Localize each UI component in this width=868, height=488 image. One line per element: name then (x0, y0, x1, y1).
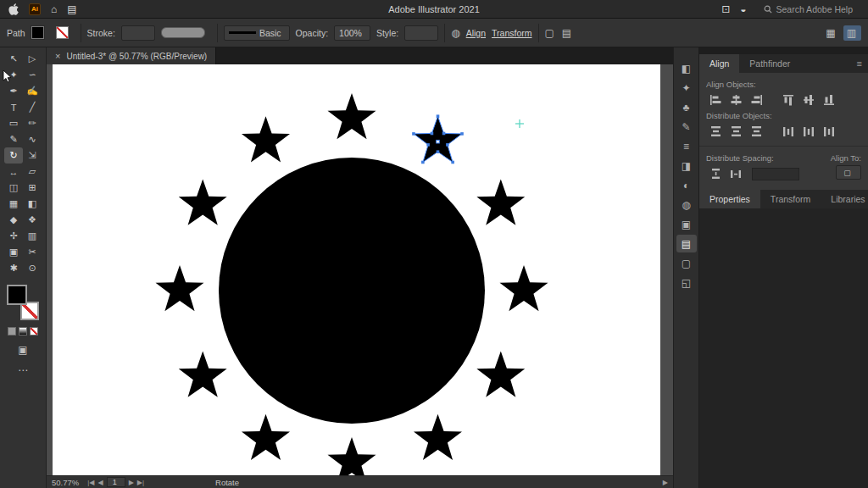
display-settings-icon[interactable]: ⊡ (721, 3, 730, 16)
stroke-color-swatch[interactable] (56, 26, 69, 39)
artwork-star-0[interactable] (328, 93, 376, 139)
anchor-handle[interactable] (421, 161, 425, 164)
help-search-field[interactable]: Search Adobe Help (757, 3, 860, 15)
stroke-panel-icon[interactable]: ≡ (676, 137, 697, 155)
anchor-handle[interactable] (451, 161, 454, 164)
close-icon[interactable]: × (55, 51, 60, 61)
transform-link[interactable]: Transform (492, 28, 531, 38)
anchor-handle[interactable] (412, 132, 415, 136)
tab-pathfinder[interactable]: Pathfinder (739, 54, 800, 73)
scroll-right-arrow[interactable]: ▶ (663, 479, 668, 486)
illustrator-app-icon[interactable]: Ai (29, 3, 41, 15)
color-mode-icon[interactable] (8, 327, 16, 336)
anchor-handle[interactable] (446, 143, 449, 147)
anchor-handle[interactable] (442, 132, 446, 136)
eyedropper-tool[interactable]: ◆ (4, 212, 23, 228)
lasso-tool[interactable]: ∽ (23, 67, 42, 83)
tab-properties[interactable]: Properties (699, 190, 760, 208)
help-bulb-icon[interactable]: ◒ (740, 3, 746, 16)
none-mode-icon[interactable] (30, 327, 38, 336)
perspective-grid-tool[interactable]: ⊞ (23, 180, 42, 196)
align-link[interactable]: Align (466, 28, 486, 38)
artwork-star-1[interactable] (414, 116, 462, 162)
first-artboard-button[interactable]: |◀ (87, 479, 94, 486)
line-segment-tool[interactable]: ╱ (23, 99, 42, 115)
opacity-dropdown[interactable]: 100% (334, 25, 370, 41)
workspace-switcher-icon[interactable]: ▤ (67, 3, 80, 16)
panel-menu-icon[interactable]: ≡ (851, 54, 868, 73)
align-to-dropdown[interactable]: ▢ (836, 165, 861, 180)
appearance-panel-icon[interactable]: ◍ (676, 196, 697, 214)
stroke-weight-dropdown[interactable] (121, 25, 155, 41)
color-guide-panel-icon[interactable]: ✦ (676, 79, 697, 97)
graphic-style-dropdown[interactable] (404, 25, 438, 41)
align-horizontal-center-icon[interactable] (726, 92, 745, 108)
distribute-horizontal-right-icon[interactable] (820, 123, 838, 140)
distribute-horizontal-center-icon[interactable] (799, 123, 818, 140)
distribute-vertical-bottom-icon[interactable] (747, 123, 765, 140)
distribute-vertical-top-icon[interactable] (706, 123, 725, 140)
mesh-tool[interactable]: ▦ (4, 196, 23, 212)
slice-tool[interactable]: ✂ (23, 244, 42, 260)
brushes-panel-icon[interactable]: ✎ (676, 118, 697, 136)
artboard-number-dropdown[interactable]: 1 (107, 477, 125, 487)
symbol-sprayer-tool[interactable]: ✢ (4, 228, 23, 244)
rotate-tool[interactable]: ↻ (4, 147, 23, 164)
apple-menu-icon[interactable] (8, 3, 19, 16)
pen-tool[interactable]: ✒ (4, 83, 23, 99)
artwork-star-3[interactable] (500, 265, 548, 311)
artwork-star-7[interactable] (242, 414, 290, 460)
free-transform-tool[interactable]: ▱ (23, 164, 42, 180)
distribute-horizontal-left-icon[interactable] (779, 123, 798, 140)
vertical-distribute-space-icon[interactable] (706, 165, 725, 182)
anchor-handle[interactable] (437, 150, 440, 153)
symbols-panel-icon[interactable]: ♣ (676, 98, 697, 116)
transparency-panel-icon[interactable]: ◐ (676, 176, 697, 194)
shaper-tool[interactable]: ∿ (23, 131, 42, 147)
brush-definition-dropdown[interactable]: Basic (224, 25, 290, 41)
document-tab[interactable]: × Untitled-3* @ 50.77% (RGB/Preview) (47, 47, 216, 64)
fill-color-swatch[interactable] (31, 26, 44, 39)
gradient-panel-icon[interactable]: ◨ (676, 157, 697, 175)
width-tool[interactable]: ↔ (4, 164, 23, 180)
artwork-star-6[interactable] (328, 437, 376, 475)
tab-align[interactable]: Align (699, 54, 739, 73)
shape-builder-tool[interactable]: ◫ (4, 180, 23, 196)
align-horizontal-right-icon[interactable] (747, 92, 765, 108)
variable-width-profile-preview[interactable] (161, 27, 205, 38)
draw-mode-icon[interactable]: ▣ (18, 344, 27, 356)
align-vertical-center-icon[interactable] (799, 92, 818, 108)
tab-libraries[interactable]: Libraries (821, 190, 868, 208)
panel-dock-toggle-icon[interactable]: ▥ (843, 25, 861, 41)
anchor-handle[interactable] (431, 132, 434, 136)
hand-tool[interactable]: ✱ (4, 260, 23, 276)
artwork-star-9[interactable] (156, 265, 204, 311)
zoom-level-dropdown[interactable]: 50.77% (52, 478, 82, 487)
direct-selection-tool[interactable]: ▷ (23, 51, 42, 67)
zoom-tool[interactable]: ⊙ (23, 260, 42, 276)
blend-tool[interactable]: ❖ (23, 212, 42, 228)
anchor-handle[interactable] (426, 143, 430, 147)
artwork-star-4[interactable] (476, 352, 525, 397)
scale-tool[interactable]: ⇲ (23, 147, 42, 164)
align-horizontal-left-icon[interactable] (706, 92, 725, 108)
artwork-star-2[interactable] (476, 180, 525, 225)
artboard-tool[interactable]: ▣ (4, 244, 23, 260)
isolate-object-icon[interactable]: ▢ (545, 27, 556, 39)
spacing-value-input[interactable] (752, 168, 799, 180)
align-vertical-top-icon[interactable] (779, 92, 798, 108)
gradient-mode-icon[interactable] (19, 327, 27, 336)
artwork-star-10[interactable] (179, 180, 227, 225)
artwork-star-11[interactable] (242, 116, 290, 162)
color-panel-icon[interactable]: ◧ (676, 59, 697, 77)
asset-export-panel-icon[interactable]: ◱ (676, 274, 697, 291)
recolor-artwork-icon[interactable]: ◍ (451, 27, 459, 39)
layers-panel-icon[interactable]: ▤ (676, 235, 697, 252)
fill-swatch-large[interactable] (7, 285, 27, 305)
rectangle-tool[interactable]: ▭ (4, 115, 23, 131)
workspace-grid-icon[interactable]: ▦ (826, 27, 835, 39)
select-similar-icon[interactable]: ▤ (562, 27, 573, 39)
home-icon[interactable]: ⌂ (51, 3, 57, 16)
selection-center-handle[interactable] (437, 140, 440, 143)
gradient-tool[interactable]: ◧ (23, 196, 42, 212)
